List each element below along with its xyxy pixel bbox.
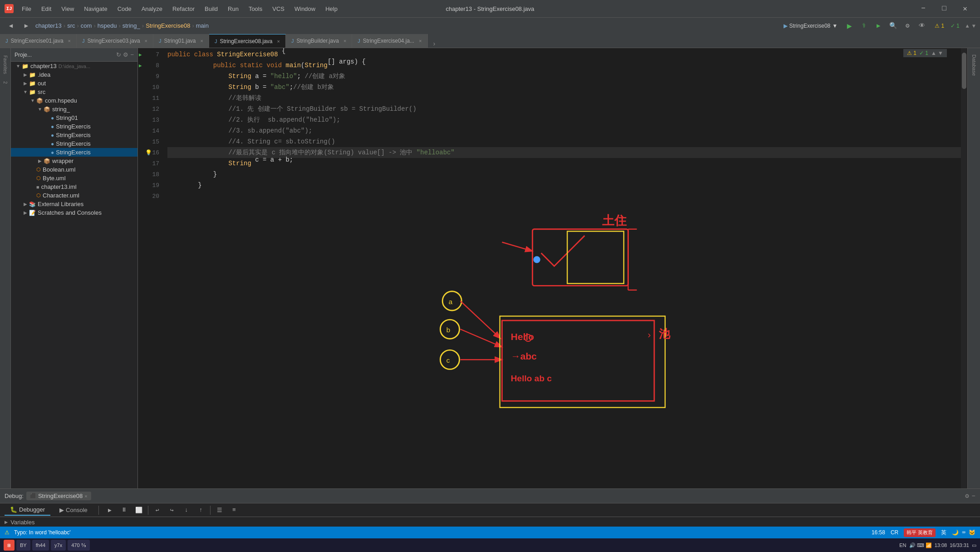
menu-help[interactable]: Help xyxy=(321,4,342,14)
tree-item-out[interactable]: ▶ 📁 out xyxy=(11,79,137,88)
tab-close-4[interactable]: × xyxy=(277,39,280,44)
start-button[interactable]: ⊞ xyxy=(4,540,15,551)
tree-sync-icon[interactable]: ↻ xyxy=(116,51,121,58)
taskbar-show-desktop[interactable]: ▭ xyxy=(972,542,976,548)
tab-string01[interactable]: J String01.java × xyxy=(153,34,209,48)
favorites-2[interactable]: 2 xyxy=(1,78,10,88)
code-content[interactable]: public class StringExercise08 { public s… xyxy=(163,48,967,488)
menu-code[interactable]: Code xyxy=(113,4,136,14)
menu-run[interactable]: Run xyxy=(223,4,243,14)
breadcrumb-com[interactable]: com xyxy=(81,22,92,29)
settings-icon[interactable]: ⚙ xyxy=(901,20,914,32)
tree-item-stringexercis2[interactable]: ▶ ● StringExercis xyxy=(11,131,137,139)
taskbar-item-by[interactable]: BY xyxy=(16,540,30,551)
menu-edit[interactable]: Edit xyxy=(37,4,56,14)
menu-bar[interactable]: File Edit View Navigate Code Analyze Ref… xyxy=(17,4,342,14)
minimize-button[interactable]: − xyxy=(913,0,934,17)
debug-tab-console[interactable]: ▶ Console xyxy=(54,505,93,515)
debug-step-into-btn[interactable]: ↪ xyxy=(167,505,177,516)
nav-back-button[interactable]: ◀ xyxy=(5,20,17,32)
menu-analyze[interactable]: Analyze xyxy=(137,4,167,14)
debug-run-cursor-btn[interactable]: ↑ xyxy=(196,505,206,516)
taskbar-item-470[interactable]: 470 ⅔ xyxy=(68,540,89,551)
debug-session-tab[interactable]: ⬛ StringExercise08 × xyxy=(26,492,91,500)
tab-stringexercise03[interactable]: J StringExercise03.java × xyxy=(77,34,153,48)
coverage-button[interactable]: ▶ xyxy=(872,20,885,32)
tree-collapse-icon[interactable]: − xyxy=(130,51,134,58)
tree-item-stringexercis3[interactable]: ▶ ● StringExercis xyxy=(11,139,137,148)
tree-item-stringexercis1[interactable]: ▶ ● StringExercis xyxy=(11,122,137,131)
debug-stop-btn[interactable]: ⬜ xyxy=(133,505,144,516)
run-button[interactable]: ▶ xyxy=(843,20,856,32)
search-icon[interactable]: 🔍 xyxy=(887,20,899,32)
breadcrumb-string[interactable]: string_ xyxy=(122,22,140,29)
menu-view[interactable]: View xyxy=(57,4,78,14)
breadcrumb-method[interactable]: main xyxy=(196,22,209,29)
breadcrumb-chapter[interactable]: chapter13 xyxy=(35,22,62,29)
tab-close-6[interactable]: × xyxy=(419,38,421,44)
window-controls[interactable]: − □ ✕ xyxy=(913,0,975,17)
debug-vars-btn[interactable]: ≡ xyxy=(229,505,240,516)
tree-item-booleanuml[interactable]: ▶ ⬡ Boolean.uml xyxy=(11,165,137,174)
editor-scrollbar[interactable] xyxy=(961,48,967,488)
tree-item-string01[interactable]: ▶ ● String01 xyxy=(11,113,137,122)
variables-expand-icon[interactable]: ▶ xyxy=(5,519,8,526)
tree-item-scratches[interactable]: ▶ 📝 Scratches and Consoles xyxy=(11,208,137,217)
breadcrumb-hspedu[interactable]: hspedu xyxy=(98,22,117,29)
tree-item-stringexercis08[interactable]: ▶ ● StringExercis xyxy=(11,148,137,157)
run-config-selector[interactable]: ▶ StringExercise08 ▼ xyxy=(780,20,842,32)
menu-tools[interactable]: Tools xyxy=(244,4,267,14)
nav-forward-button[interactable]: ▶ xyxy=(20,20,33,32)
tree-item-chapter13[interactable]: ▼ 📁 chapter13 D:\idea_java... xyxy=(11,62,137,70)
tab-close-5[interactable]: × xyxy=(343,38,346,44)
more-tabs-button[interactable]: › xyxy=(430,40,439,48)
tree-settings-icon[interactable]: ⚙ xyxy=(123,51,128,58)
debug-resume-btn[interactable]: ▶ xyxy=(104,505,115,516)
tab-close-1[interactable]: × xyxy=(68,38,71,44)
taskbar-item-fh44[interactable]: fh44 xyxy=(32,540,49,551)
menu-vcs[interactable]: VCS xyxy=(268,4,289,14)
debug-settings-icon[interactable]: ⚙ xyxy=(965,492,969,500)
debug-session-close[interactable]: × xyxy=(84,493,87,499)
debug-button[interactable]: ⚕ xyxy=(858,20,870,32)
tab-close-3[interactable]: × xyxy=(201,38,203,44)
favorites-label[interactable]: Favorites xyxy=(1,52,10,78)
menu-navigate[interactable]: Navigate xyxy=(79,4,112,14)
debug-pause-btn[interactable]: ⏸ xyxy=(119,505,130,516)
tree-item-string[interactable]: ▼ 📦 string_ xyxy=(11,105,137,113)
tree-item-src[interactable]: ▼ 📁 src xyxy=(11,88,137,96)
tree-item-comhspedu[interactable]: ▼ 📦 com.hspedu xyxy=(11,96,137,105)
breadcrumb-src[interactable]: src xyxy=(67,22,75,29)
database-tab[interactable]: Database xyxy=(969,50,980,80)
edu-widget[interactable]: 韩平 英教育 xyxy=(904,528,936,537)
tree-item-chapter13iml[interactable]: ▶ ■ chapter13.iml xyxy=(11,182,137,191)
breadcrumb-class[interactable]: StringExercise08 xyxy=(146,22,190,29)
tree-item-idea[interactable]: ▶ 📁 .idea xyxy=(11,70,137,79)
close-button[interactable]: ✕ xyxy=(955,0,975,17)
debug-close-icon[interactable]: − xyxy=(972,493,975,500)
tab-stringexercise08[interactable]: J StringExercise08.java × xyxy=(209,34,286,48)
debug-frames-btn[interactable]: ☰ xyxy=(214,505,225,516)
menu-window[interactable]: Window xyxy=(290,4,320,14)
tree-item-charuml[interactable]: ▶ ⬡ Character.uml xyxy=(11,191,137,200)
menu-build[interactable]: Build xyxy=(200,4,222,14)
debug-tab-debugger[interactable]: 🐛 Debugger xyxy=(5,504,50,516)
tree-item-wrapper[interactable]: ▶ 📦 wrapper xyxy=(11,157,137,165)
taskbar-item-y7x[interactable]: y7x xyxy=(51,540,66,551)
recent-files-icon[interactable]: 👁 xyxy=(916,20,928,32)
tab-close-2[interactable]: × xyxy=(145,38,147,44)
tree-item-byteuml[interactable]: ▶ ⬡ Byte.uml xyxy=(11,174,137,182)
tab-stringexercise04[interactable]: J StringExercise04.ja... × xyxy=(352,34,427,48)
menu-refactor[interactable]: Refactor xyxy=(168,4,199,14)
debug-step-out-btn[interactable]: ↓ xyxy=(181,505,192,516)
code-editor[interactable]: ▶ 7 ▶ 8 9 10 11 12 13 14 15 💡 16 17 18 1… xyxy=(138,48,967,488)
taskbar-item-by-label: BY xyxy=(20,542,27,548)
scrollbar-thumb[interactable] xyxy=(962,53,966,89)
tree-item-extlibs[interactable]: ▶ 📚 External Libraries xyxy=(11,200,137,208)
line-12: 12 xyxy=(138,104,163,114)
maximize-button[interactable]: □ xyxy=(934,0,955,17)
menu-file[interactable]: File xyxy=(17,4,36,14)
debug-step-over-btn[interactable]: ↩ xyxy=(152,505,163,516)
tab-stringbuilder[interactable]: J StringBuilder.java × xyxy=(286,34,352,48)
tab-stringexercise01[interactable]: J StringExercise01.java × xyxy=(0,34,77,48)
